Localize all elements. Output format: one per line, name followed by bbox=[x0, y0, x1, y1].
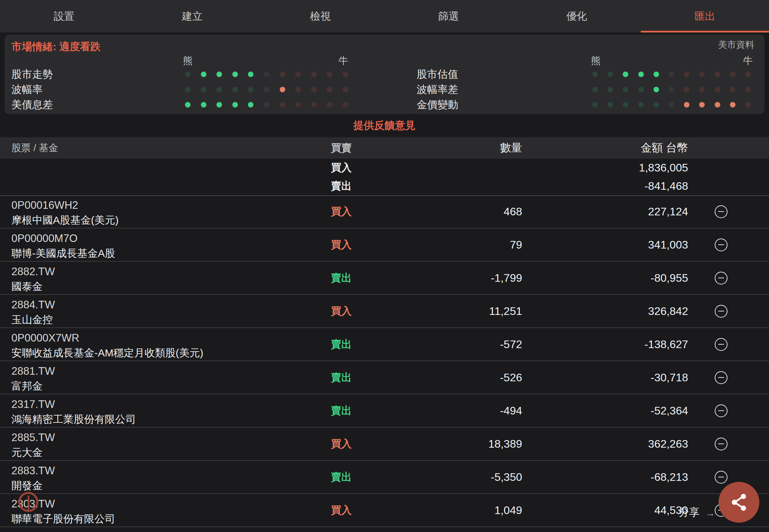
indicator-label: 金價變動 bbox=[417, 98, 458, 111]
tab-1[interactable]: 建立 bbox=[128, 0, 257, 32]
indicator-dot-scale bbox=[592, 102, 751, 108]
sentiment-dot bbox=[745, 87, 751, 92]
indicator-dot-scale bbox=[185, 72, 348, 77]
sentiment-dot bbox=[295, 102, 301, 108]
share-hint: 分享 → bbox=[679, 505, 715, 520]
share-button[interactable] bbox=[719, 482, 759, 523]
header-action: 買賣 bbox=[331, 141, 383, 155]
sentiment-dot bbox=[264, 87, 269, 92]
remove-row-button[interactable] bbox=[715, 338, 728, 351]
indicator-label: 波幅率差 bbox=[417, 83, 458, 96]
bull-label: 牛 bbox=[339, 54, 348, 67]
sentiment-dot bbox=[684, 72, 689, 77]
sentiment-dot bbox=[280, 87, 285, 92]
amount-value: 227,124 bbox=[522, 205, 688, 218]
sentiment-dot bbox=[654, 72, 659, 77]
summary-amount: 1,836,005 bbox=[522, 161, 688, 174]
remove-row-button[interactable] bbox=[715, 205, 728, 218]
asset-cell: 0P0000X7WR安聯收益成長基金-AM穩定月收類股(美元) bbox=[0, 328, 331, 360]
table-row: 2317.TW鴻海精密工業股份有限公司賣出-494-52,364 bbox=[0, 394, 769, 428]
header-quantity: 數量 bbox=[383, 140, 522, 156]
sentiment-dot bbox=[608, 72, 613, 77]
header-amount: 金額 台幣 bbox=[522, 140, 688, 156]
sentiment-dot bbox=[638, 102, 644, 108]
sentiment-dot bbox=[623, 72, 628, 77]
remove-row-button[interactable] bbox=[715, 239, 728, 251]
asset-name: 玉山金控 bbox=[11, 313, 331, 327]
table-row: 0P00000ACC bbox=[0, 527, 769, 532]
asset-cell: 2885.TW元大金 bbox=[0, 428, 331, 459]
asset-ticker: 0P00000M7O bbox=[11, 233, 331, 244]
share-hint-label: 分享 bbox=[679, 505, 699, 520]
asset-ticker: 2882.TW bbox=[11, 266, 331, 278]
sentiment-dot bbox=[232, 87, 238, 92]
sentiment-dot bbox=[623, 102, 628, 108]
market-sentiment-card: 市場情緒: 適度看跌 美市資料 熊牛股市走勢波幅率美債息差熊牛股市估值波幅率差金… bbox=[4, 35, 765, 114]
totals-summary: 買入1,836,005賣出-841,468 bbox=[0, 159, 769, 196]
sentiment-dot bbox=[216, 87, 222, 92]
asset-ticker: 2317.TW bbox=[11, 399, 331, 410]
sentiment-dot bbox=[216, 102, 222, 108]
remove-row-button[interactable] bbox=[715, 371, 728, 384]
table-row: 2881.TW富邦金賣出-526-30,718 bbox=[0, 361, 769, 394]
sentiment-dot bbox=[730, 72, 735, 77]
header-asset: 股票 / 基金 bbox=[0, 141, 331, 155]
remove-row-button[interactable] bbox=[715, 471, 728, 484]
amount-value: 326,842 bbox=[522, 305, 688, 318]
sentiment-dot bbox=[623, 87, 628, 92]
bear-label: 熊 bbox=[591, 54, 601, 67]
tab-label: 匯出 bbox=[695, 9, 715, 24]
table-row: 2885.TW元大金買入18,389362,263 bbox=[0, 428, 769, 461]
sentiment-dot bbox=[232, 102, 238, 108]
sentiment-dot bbox=[654, 102, 659, 108]
tab-2[interactable]: 檢視 bbox=[256, 0, 384, 32]
quantity-value: 79 bbox=[383, 239, 522, 251]
table-row: 2882.TW國泰金賣出-1,799-80,955 bbox=[0, 262, 769, 295]
sentiment-dot bbox=[592, 87, 598, 92]
tab-4[interactable]: 優化 bbox=[513, 0, 641, 32]
sentiment-dot bbox=[185, 72, 191, 77]
feedback-link[interactable]: 提供反饋意見 bbox=[353, 119, 416, 133]
summary-amount: -841,468 bbox=[522, 180, 688, 193]
amount-value: 44,530 bbox=[522, 504, 688, 517]
asset-cell: 2882.TW國泰金 bbox=[0, 262, 331, 293]
indicator-label: 股市估值 bbox=[417, 68, 458, 81]
sentiment-dot bbox=[699, 102, 705, 108]
action-label: 買入 bbox=[331, 238, 383, 252]
quantity-value: 468 bbox=[383, 205, 522, 218]
sentiment-dot bbox=[715, 87, 720, 92]
table-row: 0P0000X7WR安聯收益成長基金-AM穩定月收類股(美元)賣出-572-13… bbox=[0, 328, 769, 361]
asset-cell: 2881.TW富邦金 bbox=[0, 361, 331, 393]
amount-value: -68,213 bbox=[522, 471, 688, 484]
tab-5[interactable]: 匯出 bbox=[641, 0, 769, 32]
remove-row-button[interactable] bbox=[715, 305, 728, 318]
sentiment-dot bbox=[638, 87, 644, 92]
sentiment-dot bbox=[669, 102, 674, 108]
amount-value: -138,627 bbox=[522, 338, 688, 351]
remove-row-button[interactable] bbox=[715, 438, 728, 450]
tab-label: 篩選 bbox=[438, 9, 459, 24]
sentiment-dot bbox=[684, 102, 689, 108]
sentiment-dot bbox=[295, 87, 301, 92]
sentiment-dot bbox=[201, 87, 206, 92]
tab-0[interactable]: 設置 bbox=[0, 0, 128, 32]
indicator-dot-scale bbox=[592, 72, 751, 77]
action-label: 買入 bbox=[331, 503, 383, 517]
sentiment-dot bbox=[280, 72, 285, 77]
tab-3[interactable]: 篩選 bbox=[384, 0, 513, 32]
sentiment-dot bbox=[343, 102, 348, 108]
indicator-dot-scale bbox=[592, 87, 751, 92]
asset-name: 元大金 bbox=[11, 446, 331, 459]
sentiment-dot bbox=[654, 87, 659, 92]
sentiment-dot bbox=[264, 102, 269, 108]
sentiment-dot bbox=[327, 87, 332, 92]
action-label: 買入 bbox=[331, 437, 383, 451]
amount-value: -30,718 bbox=[522, 371, 688, 384]
sentiment-dot bbox=[684, 87, 689, 92]
remove-row-button[interactable] bbox=[715, 404, 728, 417]
asset-ticker: 2303.TW bbox=[11, 498, 331, 510]
asset-ticker: 0P0000X7WR bbox=[11, 332, 331, 344]
table-row: 2884.TW玉山金控買入11,251326,842 bbox=[0, 295, 769, 328]
remove-row-button[interactable] bbox=[715, 272, 728, 284]
table-row: 0P00016WH2摩根中國A股基金(美元)買入468227,124 bbox=[0, 195, 769, 228]
